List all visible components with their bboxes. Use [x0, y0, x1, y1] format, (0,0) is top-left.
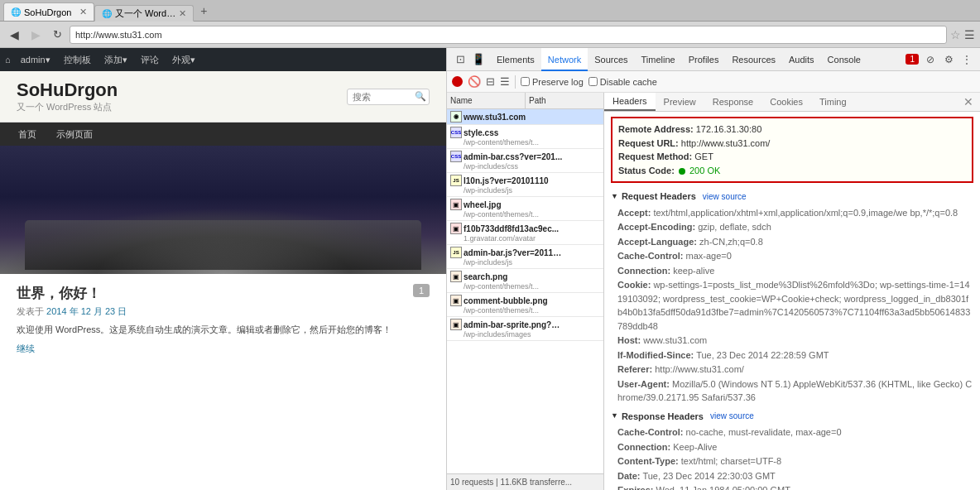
status-code: Status Code: 200 OK: [618, 164, 966, 178]
detail-tabs: Headers Preview Response Cookies Timing …: [604, 93, 980, 112]
detail-tab-cookies[interactable]: Cookies: [761, 94, 811, 110]
list-header: Name Path: [447, 93, 603, 109]
view-source-link[interactable]: view source: [703, 190, 747, 203]
disable-cache-input[interactable]: [588, 77, 598, 86]
back-button[interactable]: ◀: [5, 26, 23, 44]
list-item[interactable]: ◉ www.stu31.com: [447, 109, 603, 125]
wp-content: 世界，你好！ 1 发表于 2014 年 12 月 23 日 欢迎使用 WordP…: [0, 274, 446, 490]
wp-admin-item-comments[interactable]: 评论: [134, 52, 166, 68]
tab-1-close[interactable]: ✕: [79, 7, 87, 17]
item-filename: f10b733ddf8fd13ac9ec...: [464, 224, 559, 233]
nav-item-sample[interactable]: 示例页面: [46, 122, 103, 146]
item-icon-png3: ▣: [450, 319, 462, 330]
wp-admin-item-add[interactable]: 添加▾: [98, 52, 134, 68]
tab-favicon: 🌐: [11, 7, 21, 17]
response-headers-title: ▼ Response Headers view source: [611, 410, 973, 424]
tab-elements[interactable]: Elements: [490, 48, 541, 71]
resp-date: Date: Tue, 23 Dec 2014 22:30:03 GMT: [617, 469, 973, 483]
wp-site-panel: ⌂ admin▾ 控制板 添加▾ 评论 外观▾ SoHuDrgon 又一个 Wo…: [0, 48, 447, 490]
devtools-more-icon[interactable]: ⋮: [958, 51, 975, 68]
tab-1-title: SoHuDrgon: [24, 7, 76, 17]
item-filename: l10n.js?ver=20101110: [464, 176, 549, 185]
item-filename: search.png: [464, 272, 507, 281]
tab-resources[interactable]: Resources: [725, 48, 782, 71]
clear-button[interactable]: 🚫: [468, 75, 481, 88]
nav-item-home[interactable]: 首页: [8, 122, 46, 146]
forward-button[interactable]: ▶: [26, 26, 45, 44]
collapse-triangle[interactable]: ▼: [611, 191, 618, 203]
device-mode-icon[interactable]: 📱: [470, 51, 487, 68]
search-icon[interactable]: 🔍: [415, 91, 426, 102]
header-connection: Connection: keep-alive: [617, 264, 973, 278]
devtools-settings-icon[interactable]: ⚙: [940, 51, 957, 68]
wp-admin-item-dashboard[interactable]: 控制板: [57, 52, 98, 68]
header-user-agent: User-Agent: Mozilla/5.0 (Windows NT 5.1)…: [617, 377, 973, 405]
console-errors-icon[interactable]: ⊘: [922, 51, 939, 68]
post-title[interactable]: 世界，你好！: [17, 284, 101, 303]
header-host: Host: www.stu31.com: [617, 334, 973, 348]
wp-admin-item-appearance[interactable]: 外观▾: [166, 52, 202, 68]
item-filename: wheel.jpg: [464, 200, 502, 209]
tab-timeline[interactable]: Timeline: [635, 48, 682, 71]
detail-tab-response[interactable]: Response: [704, 94, 762, 110]
detail-tab-timing[interactable]: Timing: [811, 94, 855, 110]
wp-admin-item-admin[interactable]: admin▾: [14, 53, 57, 67]
record-button[interactable]: [452, 76, 463, 87]
error-count-badge: 1: [906, 54, 919, 65]
item-icon-css1: CSS: [450, 127, 462, 138]
bookmark-icon[interactable]: ☆: [950, 28, 961, 41]
detail-tab-headers[interactable]: Headers: [604, 93, 656, 111]
status-value: 200 OK: [689, 166, 720, 175]
toolbar-separator: [515, 75, 516, 89]
tab-2-favicon: 🌐: [102, 9, 112, 18]
view-source-link-resp[interactable]: view source: [710, 410, 754, 422]
settings-icon[interactable]: ☰: [964, 28, 975, 41]
post-excerpt: 欢迎使用 WordPress。这是系统自动生成的演示文章。编辑或者删除它，然后开…: [17, 323, 430, 338]
tab-sources[interactable]: Sources: [588, 48, 634, 71]
inspect-element-icon[interactable]: ⊡: [452, 51, 468, 68]
item-icon-html: ◉: [450, 111, 462, 122]
list-view-icon[interactable]: ☰: [500, 75, 510, 88]
address-bar: ◀ ▶ ↻ ☆ ☰: [0, 22, 980, 48]
request-method: Request Method: GET: [618, 150, 966, 164]
wp-nav: 首页 示例页面: [0, 122, 446, 146]
tab-bar: 🌐 SoHuDrgon ✕ 🌐 又一个 Word… ✕ +: [0, 0, 980, 22]
reload-button[interactable]: ↻: [48, 26, 66, 44]
list-item[interactable]: CSS style.css /wp-content/themes/t...: [447, 125, 603, 149]
item-filename: admin-bar.css?ver=201...: [464, 152, 562, 161]
tab-1[interactable]: 🌐 SoHuDrgon ✕: [3, 2, 94, 21]
site-title: SoHuDrgon: [17, 79, 118, 101]
disable-cache-checkbox[interactable]: Disable cache: [588, 77, 657, 87]
comment-count-badge: 1: [413, 284, 430, 297]
new-tab-button[interactable]: +: [194, 1, 214, 21]
preserve-log-input[interactable]: [521, 77, 530, 86]
header-if-modified: If-Modified-Since: Tue, 23 Dec 2014 22:2…: [617, 348, 973, 363]
tab-console[interactable]: Console: [821, 48, 867, 71]
post-date-link[interactable]: 2014 年 12 月 23 日: [46, 306, 127, 316]
browser-chrome: 🌐 SoHuDrgon ✕ 🌐 又一个 Word… ✕ + ◀ ▶ ↻ ☆ ☰: [0, 0, 980, 48]
site-tagline: 又一个 WordPress 站点: [17, 101, 118, 113]
item-path: /wp-content/themes/t...: [450, 138, 600, 147]
item-filename: admin-bar-sprite.png?d...: [464, 320, 563, 329]
read-more-link[interactable]: 继续: [17, 343, 35, 353]
tab-2[interactable]: 🌐 又一个 Word… ✕: [94, 5, 194, 22]
wp-hero: [0, 146, 446, 274]
main-area: ⌂ admin▾ 控制板 添加▾ 评论 外观▾ SoHuDrgon 又一个 Wo…: [0, 48, 980, 490]
tab-network[interactable]: Network: [541, 48, 588, 71]
tab-2-close[interactable]: ✕: [179, 8, 186, 19]
collapse-triangle-resp[interactable]: ▼: [611, 411, 618, 422]
status-indicator: [679, 168, 685, 175]
url-input[interactable]: [70, 26, 947, 44]
filter-icon[interactable]: ⊟: [486, 75, 495, 88]
resp-connection: Connection: Keep-Alive: [617, 440, 973, 454]
remote-address: Remote Address: Remote Address: 172.16.3…: [618, 122, 966, 137]
item-name-row: ◉ www.stu31.com: [450, 111, 600, 122]
post-meta: 发表于 2014 年 12 月 23 日: [17, 305, 430, 318]
preserve-log-checkbox[interactable]: Preserve log: [521, 77, 584, 87]
detail-tab-preview[interactable]: Preview: [656, 94, 704, 110]
detail-pane-close[interactable]: ✕: [957, 94, 980, 110]
tab-profiles[interactable]: Profiles: [682, 48, 726, 71]
search-box: 🔍: [347, 89, 430, 105]
tab-audits[interactable]: Audits: [782, 48, 821, 71]
header-cache-control: Cache-Control: max-age=0: [617, 249, 973, 263]
